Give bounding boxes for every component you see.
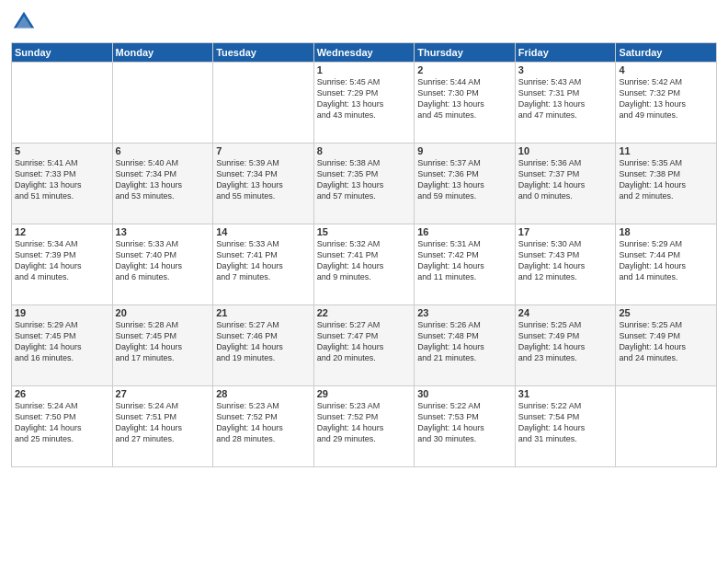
day-info: Sunrise: 5:24 AM Sunset: 7:51 PM Dayligh… — [116, 400, 210, 445]
day-number: 24 — [518, 307, 613, 318]
day-info: Sunrise: 5:29 AM Sunset: 7:45 PM Dayligh… — [15, 319, 109, 364]
day-info: Sunrise: 5:22 AM Sunset: 7:53 PM Dayligh… — [417, 400, 512, 445]
calendar-cell: 29Sunrise: 5:23 AM Sunset: 7:52 PM Dayli… — [313, 386, 415, 467]
calendar-cell: 18Sunrise: 5:29 AM Sunset: 7:44 PM Dayli… — [616, 224, 717, 305]
day-number: 23 — [417, 307, 512, 318]
day-number: 22 — [317, 307, 412, 318]
day-number: 5 — [15, 145, 109, 156]
day-info: Sunrise: 5:43 AM Sunset: 7:31 PM Dayligh… — [518, 76, 613, 121]
day-info: Sunrise: 5:22 AM Sunset: 7:54 PM Dayligh… — [518, 400, 613, 445]
day-number: 11 — [619, 145, 713, 156]
calendar-cell: 10Sunrise: 5:36 AM Sunset: 7:37 PM Dayli… — [515, 144, 616, 224]
day-number: 20 — [116, 307, 210, 318]
day-number: 8 — [317, 145, 412, 156]
calendar-cell: 23Sunrise: 5:26 AM Sunset: 7:48 PM Dayli… — [415, 305, 516, 386]
calendar-cell: 25Sunrise: 5:25 AM Sunset: 7:49 PM Dayli… — [616, 305, 717, 386]
day-number: 30 — [417, 388, 512, 399]
day-number: 1 — [317, 64, 412, 75]
calendar-header-row: SundayMondayTuesdayWednesdayThursdayFrid… — [12, 43, 717, 63]
calendar-cell: 7Sunrise: 5:39 AM Sunset: 7:34 PM Daylig… — [213, 144, 314, 224]
day-info: Sunrise: 5:25 AM Sunset: 7:49 PM Dayligh… — [619, 319, 713, 364]
day-number: 3 — [518, 64, 613, 75]
day-number: 27 — [116, 388, 210, 399]
day-number: 21 — [216, 307, 311, 318]
calendar-cell: 26Sunrise: 5:24 AM Sunset: 7:50 PM Dayli… — [12, 386, 113, 467]
day-number: 13 — [116, 226, 210, 237]
calendar-cell: 6Sunrise: 5:40 AM Sunset: 7:34 PM Daylig… — [112, 144, 213, 224]
day-info: Sunrise: 5:40 AM Sunset: 7:34 PM Dayligh… — [116, 157, 210, 202]
calendar-cell: 30Sunrise: 5:22 AM Sunset: 7:53 PM Dayli… — [415, 386, 516, 467]
day-number: 12 — [15, 226, 109, 237]
day-info: Sunrise: 5:27 AM Sunset: 7:46 PM Dayligh… — [216, 319, 311, 364]
day-number: 17 — [518, 226, 613, 237]
calendar-cell — [616, 386, 717, 467]
calendar-cell: 12Sunrise: 5:34 AM Sunset: 7:39 PM Dayli… — [12, 224, 113, 305]
calendar-cell: 19Sunrise: 5:29 AM Sunset: 7:45 PM Dayli… — [12, 305, 113, 386]
day-header-friday: Friday — [515, 43, 616, 63]
day-info: Sunrise: 5:39 AM Sunset: 7:34 PM Dayligh… — [216, 157, 311, 202]
calendar-cell: 20Sunrise: 5:28 AM Sunset: 7:45 PM Dayli… — [112, 305, 213, 386]
calendar-cell: 31Sunrise: 5:22 AM Sunset: 7:54 PM Dayli… — [515, 386, 616, 467]
day-info: Sunrise: 5:41 AM Sunset: 7:33 PM Dayligh… — [15, 157, 109, 202]
day-info: Sunrise: 5:38 AM Sunset: 7:35 PM Dayligh… — [317, 157, 412, 202]
calendar-week-1: 1Sunrise: 5:45 AM Sunset: 7:29 PM Daylig… — [12, 63, 717, 144]
day-info: Sunrise: 5:23 AM Sunset: 7:52 PM Dayligh… — [317, 400, 412, 445]
calendar-cell — [12, 63, 113, 144]
day-info: Sunrise: 5:25 AM Sunset: 7:49 PM Dayligh… — [518, 319, 613, 364]
calendar-cell — [112, 63, 213, 144]
calendar-cell: 22Sunrise: 5:27 AM Sunset: 7:47 PM Dayli… — [313, 305, 415, 386]
day-info: Sunrise: 5:44 AM Sunset: 7:30 PM Dayligh… — [417, 76, 512, 121]
day-header-sunday: Sunday — [12, 43, 113, 63]
day-number: 14 — [216, 226, 311, 237]
calendar-cell: 14Sunrise: 5:33 AM Sunset: 7:41 PM Dayli… — [213, 224, 314, 305]
day-info: Sunrise: 5:28 AM Sunset: 7:45 PM Dayligh… — [116, 319, 210, 364]
calendar-cell — [213, 63, 314, 144]
header — [11, 9, 717, 35]
calendar-cell: 8Sunrise: 5:38 AM Sunset: 7:35 PM Daylig… — [313, 144, 415, 224]
day-info: Sunrise: 5:36 AM Sunset: 7:37 PM Dayligh… — [518, 157, 613, 202]
calendar-week-5: 26Sunrise: 5:24 AM Sunset: 7:50 PM Dayli… — [12, 386, 717, 467]
day-info: Sunrise: 5:33 AM Sunset: 7:40 PM Dayligh… — [116, 238, 210, 283]
calendar-cell: 4Sunrise: 5:42 AM Sunset: 7:32 PM Daylig… — [616, 63, 717, 144]
calendar-week-2: 5Sunrise: 5:41 AM Sunset: 7:33 PM Daylig… — [12, 144, 717, 224]
day-number: 6 — [116, 145, 210, 156]
day-info: Sunrise: 5:37 AM Sunset: 7:36 PM Dayligh… — [417, 157, 512, 202]
day-info: Sunrise: 5:45 AM Sunset: 7:29 PM Dayligh… — [317, 76, 412, 121]
day-header-tuesday: Tuesday — [213, 43, 314, 63]
calendar-cell: 1Sunrise: 5:45 AM Sunset: 7:29 PM Daylig… — [313, 63, 415, 144]
day-info: Sunrise: 5:24 AM Sunset: 7:50 PM Dayligh… — [15, 400, 109, 445]
calendar-cell: 9Sunrise: 5:37 AM Sunset: 7:36 PM Daylig… — [415, 144, 516, 224]
logo-icon — [11, 9, 37, 35]
day-info: Sunrise: 5:31 AM Sunset: 7:42 PM Dayligh… — [417, 238, 512, 283]
day-info: Sunrise: 5:30 AM Sunset: 7:43 PM Dayligh… — [518, 238, 613, 283]
calendar-table: SundayMondayTuesdayWednesdayThursdayFrid… — [11, 42, 717, 467]
calendar-cell: 3Sunrise: 5:43 AM Sunset: 7:31 PM Daylig… — [515, 63, 616, 144]
calendar-week-3: 12Sunrise: 5:34 AM Sunset: 7:39 PM Dayli… — [12, 224, 717, 305]
day-header-thursday: Thursday — [415, 43, 516, 63]
day-info: Sunrise: 5:23 AM Sunset: 7:52 PM Dayligh… — [216, 400, 311, 445]
calendar-container: SundayMondayTuesdayWednesdayThursdayFrid… — [0, 0, 728, 563]
calendar-cell: 21Sunrise: 5:27 AM Sunset: 7:46 PM Dayli… — [213, 305, 314, 386]
day-number: 10 — [518, 145, 613, 156]
day-info: Sunrise: 5:34 AM Sunset: 7:39 PM Dayligh… — [15, 238, 109, 283]
day-number: 2 — [417, 64, 512, 75]
day-number: 18 — [619, 226, 713, 237]
calendar-cell: 11Sunrise: 5:35 AM Sunset: 7:38 PM Dayli… — [616, 144, 717, 224]
calendar-cell: 15Sunrise: 5:32 AM Sunset: 7:41 PM Dayli… — [313, 224, 415, 305]
calendar-cell: 13Sunrise: 5:33 AM Sunset: 7:40 PM Dayli… — [112, 224, 213, 305]
day-header-saturday: Saturday — [616, 43, 717, 63]
day-info: Sunrise: 5:26 AM Sunset: 7:48 PM Dayligh… — [417, 319, 512, 364]
day-number: 25 — [619, 307, 713, 318]
calendar-week-4: 19Sunrise: 5:29 AM Sunset: 7:45 PM Dayli… — [12, 305, 717, 386]
calendar-cell: 5Sunrise: 5:41 AM Sunset: 7:33 PM Daylig… — [12, 144, 113, 224]
day-info: Sunrise: 5:29 AM Sunset: 7:44 PM Dayligh… — [619, 238, 713, 283]
day-info: Sunrise: 5:42 AM Sunset: 7:32 PM Dayligh… — [619, 76, 713, 121]
day-number: 4 — [619, 64, 713, 75]
calendar-cell: 24Sunrise: 5:25 AM Sunset: 7:49 PM Dayli… — [515, 305, 616, 386]
day-header-wednesday: Wednesday — [313, 43, 415, 63]
calendar-cell: 2Sunrise: 5:44 AM Sunset: 7:30 PM Daylig… — [415, 63, 516, 144]
day-number: 28 — [216, 388, 311, 399]
day-info: Sunrise: 5:33 AM Sunset: 7:41 PM Dayligh… — [216, 238, 311, 283]
calendar-cell: 16Sunrise: 5:31 AM Sunset: 7:42 PM Dayli… — [415, 224, 516, 305]
day-number: 29 — [317, 388, 412, 399]
